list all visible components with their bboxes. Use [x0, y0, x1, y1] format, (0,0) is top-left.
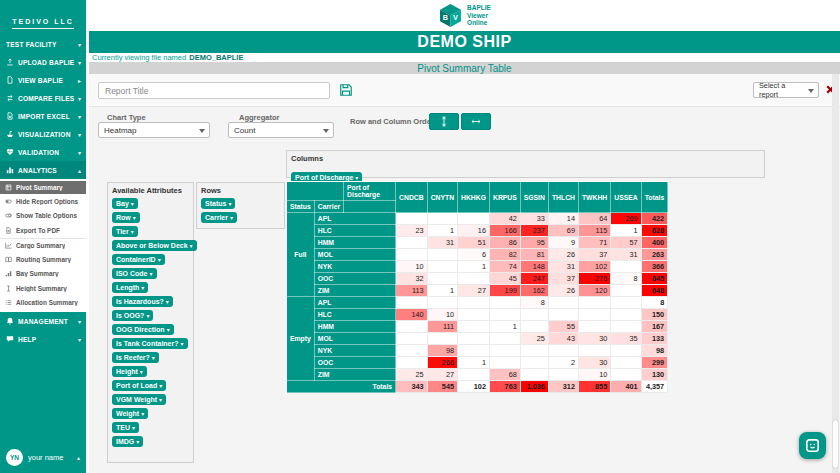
pivot-col-label-ussea: USSEA [611, 182, 641, 213]
attribute-pill-length[interactable]: Length▾ [112, 282, 148, 293]
pivot-cell: 81 [520, 249, 548, 261]
baplie-viewer-logo[interactable]: BV BAPLIE Viewer Online [438, 3, 491, 28]
attribute-pill-label: ContainerID [116, 256, 156, 263]
sidebar-item-validation[interactable]: VALIDATION▾ [0, 143, 86, 161]
attribute-pill-iso-code[interactable]: ISO Code▾ [112, 268, 157, 279]
attribute-pill-row[interactable]: Row▾ [112, 212, 140, 223]
sidebar-item-test-facility[interactable]: TEST FACILITY▾ [0, 35, 86, 53]
submenu-item-cargo-summary[interactable]: Cargo Summary [0, 238, 86, 253]
attribute-pill-is-reefer[interactable]: Is Reefer?▾ [112, 352, 159, 363]
chevron-up-icon: ▴ [77, 454, 80, 461]
pivot-row-total: 133 [641, 333, 668, 345]
submenu-item-hide-report-options[interactable]: Hide Report Options [0, 194, 86, 209]
attribute-pill-teu[interactable]: TEU▾ [112, 422, 139, 433]
attribute-pill-above-or-below-deck[interactable]: Above or Below Deck▾ [112, 240, 197, 251]
pivot-row-total: 366 [641, 261, 668, 273]
pivot-cell: 69 [548, 225, 578, 237]
chevron-down-icon: ▾ [190, 243, 193, 249]
attribute-pill-label: OOG Direction [116, 326, 165, 333]
submenu-item-routing-summary[interactable]: Routing Summary [0, 252, 86, 267]
submenu-item-label: Bay Summary [16, 270, 59, 277]
pivot-col-total: 343 [396, 381, 428, 393]
pivot-cell: 31 [427, 237, 457, 249]
sidebar-item-label: UPLOAD BAPLIE [18, 59, 76, 66]
attribute-pill-oog-direction[interactable]: OOG Direction▾ [112, 324, 174, 335]
ship-title: DEMO SHIP [417, 33, 511, 51]
pivot-cell [458, 273, 490, 285]
attribute-pill-status[interactable]: Status▾ [201, 198, 235, 209]
sidebar-item-management[interactable]: MANAGEMENT▾ [0, 312, 86, 330]
report-title-input[interactable] [98, 82, 330, 99]
select-report-dropdown[interactable]: Select a report [753, 82, 819, 98]
pivot-cell: 25 [520, 333, 548, 345]
rows-label: Rows [201, 186, 280, 195]
submenu-item-pivot-summary[interactable]: Pivot Summary [0, 181, 86, 194]
pivot-col-label-sgsin: SGSIN [520, 182, 548, 213]
pivot-cell [489, 333, 520, 345]
chart-type-select[interactable]: Heatmap [98, 122, 210, 138]
pivot-row-total: 263 [641, 249, 668, 261]
attribute-pill-height[interactable]: Height▾ [112, 366, 147, 377]
attribute-pill-vgm-weight[interactable]: VGM Weight▾ [112, 394, 166, 405]
row-order-button[interactable] [429, 113, 459, 130]
chat-widget-button[interactable] [799, 432, 826, 459]
pivot-cell: 23 [396, 225, 428, 237]
attribute-pill-weight[interactable]: Weight▾ [112, 408, 148, 419]
column-order-button[interactable] [461, 113, 491, 130]
submenu-item-allocation-summary[interactable]: Allocation Summary [0, 296, 86, 311]
attribute-pill-port-of-load[interactable]: Port of Load▾ [112, 380, 166, 391]
attribute-pill-label: Is OOG? [116, 312, 144, 319]
sidebar-item-compare-files[interactable]: COMPARE FILES▾ [0, 89, 86, 107]
sidebar-item-view-baplie[interactable]: VIEW BAPLIE▸ [0, 71, 86, 89]
scrollbar-thumb[interactable] [833, 420, 838, 468]
submenu-item-export-to-pdf[interactable]: Export To PDF [0, 223, 86, 238]
pivot-row: OOC3245247372768645 [287, 273, 668, 285]
pivot-corner [287, 182, 344, 201]
save-report-icon[interactable] [339, 83, 353, 97]
attribute-pill-label: IMDG [116, 438, 134, 445]
pivot-cell [458, 333, 490, 345]
main-area: BV BAPLIE Viewer Online DEMO SHIP Curren… [89, 0, 840, 473]
pivot-cell [611, 297, 641, 309]
attribute-pill-tier[interactable]: Tier▾ [112, 226, 138, 237]
sidebar-item-visualization[interactable]: VISUALIZATION▾ [0, 125, 86, 143]
pivot-cell [548, 369, 578, 381]
submenu-item-show-table-options[interactable]: Show Table Options [0, 209, 86, 224]
sidebar-item-help[interactable]: HELP▾ [0, 330, 86, 348]
pivot-cell [489, 309, 520, 321]
attribute-pill-is-hazardous[interactable]: Is Hazardous?▾ [112, 296, 173, 307]
pivot-row-total: 422 [641, 213, 668, 225]
attribute-pill-bay[interactable]: Bay▾ [112, 198, 138, 209]
submenu-item-height-summary[interactable]: Height Summary [0, 281, 86, 296]
tedivo-logo[interactable]: TEDIVO LLC [0, 0, 86, 35]
chevron-down-icon: ▾ [78, 149, 81, 156]
pivot-col-label-twkhh: TWKHH [578, 182, 610, 213]
attribute-pill-carrier[interactable]: Carrier▾ [201, 212, 237, 223]
sidebar-item-upload-baplie[interactable]: UPLOAD BAPLIE▾ [0, 53, 86, 71]
pdf-file-icon [5, 227, 12, 234]
attribute-pill-imdg[interactable]: IMDG▾ [112, 436, 143, 447]
pivot-cell [396, 297, 428, 309]
attribute-pill-label: ISO Code [116, 270, 148, 277]
pivot-carrier-label: OOC [314, 357, 395, 369]
chevron-down-icon: ▾ [78, 318, 81, 325]
pivot-cell: 276 [578, 273, 610, 285]
attribute-pill-is-tank-container[interactable]: Is Tank Container?▾ [112, 338, 188, 349]
attribute-pill-is-oog[interactable]: Is OOG?▾ [112, 310, 153, 321]
pivot-carrier-label: NYK [314, 261, 395, 273]
pivot-carrier-label: HLC [314, 225, 395, 237]
attribute-pill-label: Is Tank Container? [116, 340, 179, 347]
sidebar-item-analytics[interactable]: ANALYTICS▴ [0, 161, 86, 179]
user-menu[interactable]: YN your name ▴ [0, 445, 86, 469]
pivot-cell: 16 [458, 225, 490, 237]
submenu-item-bay-summary[interactable]: Bay Summary [0, 267, 86, 282]
aggregator-select[interactable]: Count [228, 122, 334, 138]
pivot-col-attr-label: Port of Discharge [344, 182, 396, 201]
pivot-cell: 10 [427, 309, 457, 321]
chevron-down-icon: ▾ [78, 59, 81, 66]
attribute-pill-containerid[interactable]: ContainerID▾ [112, 254, 165, 265]
scrollbar-track[interactable] [832, 74, 839, 473]
pivot-cell [520, 357, 548, 369]
pivot-row: ZIM25276810130 [287, 369, 668, 381]
sidebar-item-import-excel[interactable]: IMPORT EXCEL▾ [0, 107, 86, 125]
